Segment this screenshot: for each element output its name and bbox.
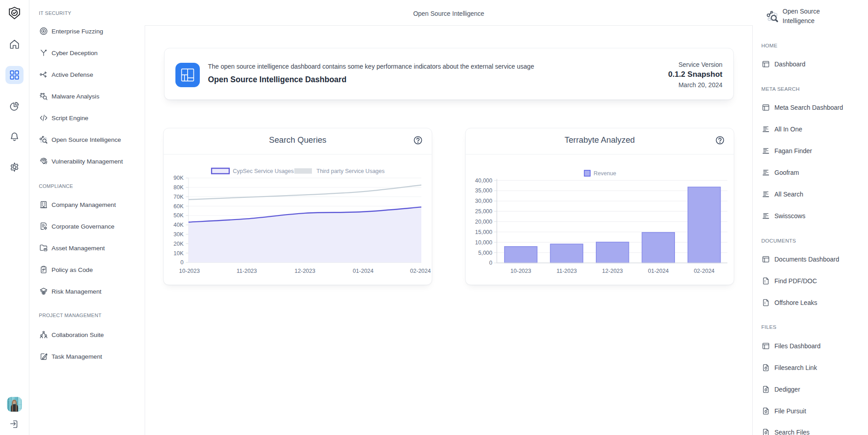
svg-text:5,000: 5,000 [478, 250, 492, 256]
svg-text:30K: 30K [174, 231, 184, 238]
svg-text:CypSec Service Usages: CypSec Service Usages [233, 168, 294, 174]
svg-text:Revenue: Revenue [594, 170, 616, 177]
svg-text:01-2024: 01-2024 [648, 268, 669, 274]
svg-text:02-2024: 02-2024 [694, 268, 715, 274]
svg-text:35,000: 35,000 [475, 187, 492, 194]
svg-text:12-2023: 12-2023 [602, 268, 623, 274]
svg-text:10,000: 10,000 [475, 239, 492, 246]
svg-text:10-2023: 10-2023 [179, 268, 200, 274]
svg-text:20K: 20K [174, 241, 184, 247]
svg-text:70K: 70K [174, 194, 184, 200]
svg-text:0: 0 [489, 260, 492, 266]
svg-text:25,000: 25,000 [475, 208, 492, 215]
svg-text:20,000: 20,000 [475, 219, 492, 225]
svg-text:01-2024: 01-2024 [353, 268, 373, 274]
svg-text:10-2023: 10-2023 [510, 268, 531, 274]
svg-text:12-2023: 12-2023 [295, 268, 316, 274]
svg-text:0: 0 [180, 259, 184, 266]
svg-text:40,000: 40,000 [475, 178, 492, 184]
svg-text:Third party Service Usages: Third party Service Usages [316, 168, 385, 174]
svg-text:40K: 40K [174, 222, 184, 228]
svg-text:10K: 10K [174, 250, 184, 257]
svg-text:02-2024: 02-2024 [410, 268, 431, 274]
svg-text:60K: 60K [174, 203, 184, 210]
svg-text:11-2023: 11-2023 [236, 268, 257, 274]
svg-text:30,000: 30,000 [475, 198, 492, 204]
svg-text:50K: 50K [174, 212, 184, 219]
svg-text:80K: 80K [174, 184, 184, 191]
svg-text:11-2023: 11-2023 [557, 268, 577, 274]
svg-text:15,000: 15,000 [475, 229, 492, 235]
svg-text:90K: 90K [174, 175, 184, 181]
